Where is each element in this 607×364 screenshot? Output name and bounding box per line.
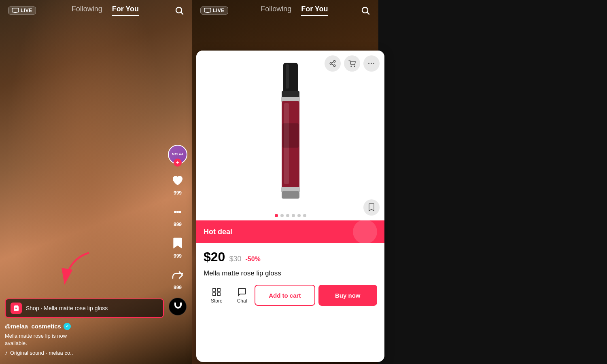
search-icon-left[interactable] <box>174 6 184 15</box>
right-sidebar: MELAA + 999 999 <box>168 145 187 315</box>
share-button[interactable] <box>169 266 187 284</box>
comment-group: 999 <box>169 203 187 227</box>
store-label: Store <box>211 298 223 304</box>
right-header: LIVE Following For You <box>192 0 378 21</box>
dot-3[interactable] <box>286 214 289 217</box>
hot-deal-decoration <box>353 220 377 244</box>
price-new: $20 <box>204 250 225 265</box>
cart-product-button[interactable] <box>344 55 360 72</box>
store-icon <box>212 287 221 297</box>
chat-icon <box>237 287 247 297</box>
image-dots <box>275 214 306 217</box>
shop-product-label: Shop · Mella matte rose lip gloss <box>26 305 108 311</box>
store-button[interactable]: Store <box>204 287 230 304</box>
dot-4[interactable] <box>292 214 295 217</box>
live-label: LIVE <box>21 8 32 13</box>
svg-line-13 <box>367 12 369 14</box>
hot-deal-label: Hot deal <box>204 228 232 236</box>
tab-following-left[interactable]: Following <box>72 5 102 16</box>
svg-rect-9 <box>204 8 211 12</box>
live-badge: LIVE <box>8 6 36 15</box>
buy-now-button[interactable]: Buy now <box>318 285 377 306</box>
dot-1[interactable] <box>275 214 278 217</box>
dot-5[interactable] <box>297 214 301 217</box>
username-row: @melaa_cosmetics ✓ <box>5 323 164 330</box>
svg-point-28 <box>351 66 352 67</box>
right-video-bg: LIVE Following For You <box>192 0 378 364</box>
product-image-area: ··· <box>196 51 384 220</box>
svg-rect-22 <box>286 64 289 89</box>
share-group: 999 <box>169 266 187 290</box>
svg-line-27 <box>331 62 333 63</box>
left-header: LIVE Following For You <box>0 0 192 21</box>
svg-point-5 <box>174 211 176 213</box>
tv-icon <box>12 8 19 13</box>
caption: Mella matte rose lip is now available. <box>5 332 164 347</box>
tab-for-you-left[interactable]: For You <box>112 5 139 16</box>
search-icon-right[interactable] <box>361 6 370 15</box>
svg-point-7 <box>179 211 181 213</box>
chat-button[interactable]: Chat <box>230 287 255 304</box>
arrow-annotation <box>57 251 105 291</box>
discount-badge: -50% <box>245 256 260 263</box>
product-sheet: ··· <box>196 51 384 362</box>
dot-2[interactable] <box>280 214 284 217</box>
sound-label: Original sound - melaa co.. <box>10 350 73 356</box>
svg-rect-21 <box>282 191 299 199</box>
music-note-icon: ♪ <box>5 349 8 356</box>
nav-tabs: Following For You <box>72 5 139 16</box>
right-tv-icon <box>204 8 211 13</box>
svg-point-6 <box>176 211 179 213</box>
bookmark-group: 999 <box>169 235 187 259</box>
hot-deal-banner: Hot deal <box>196 220 384 243</box>
creator-avatar[interactable]: MELAA + <box>168 145 187 164</box>
add-to-cart-button[interactable]: Add to cart <box>255 285 315 306</box>
like-group: 999 <box>169 171 187 196</box>
share-product-button[interactable] <box>325 55 341 72</box>
follow-plus-button[interactable]: + <box>174 159 182 167</box>
chat-label: Chat <box>237 298 247 304</box>
creator-username[interactable]: @melaa_cosmetics <box>5 323 61 330</box>
bookmark-button[interactable] <box>169 235 187 252</box>
right-nav-tabs: Following For You <box>261 5 328 16</box>
svg-rect-32 <box>213 293 216 296</box>
sound-row: ♪ Original sound - melaa co.. <box>5 349 164 356</box>
right-empty <box>378 0 607 364</box>
svg-rect-0 <box>12 8 19 12</box>
like-button[interactable] <box>169 171 187 189</box>
tab-following-right[interactable]: Following <box>261 5 291 16</box>
bookmark-count: 999 <box>174 253 182 259</box>
left-video-panel: LIVE Following For You MELAA + <box>0 0 192 364</box>
svg-line-4 <box>181 12 183 14</box>
more-options-button[interactable]: ··· <box>363 55 380 72</box>
svg-rect-19 <box>282 123 299 148</box>
cta-row: Store Chat Add to cart Buy now <box>204 285 377 306</box>
shop-cart-icon <box>11 303 22 314</box>
svg-point-29 <box>354 66 355 67</box>
product-action-icons: ··· <box>325 55 380 72</box>
shop-banner[interactable]: Shop · Mella matte rose lip gloss <box>5 298 164 318</box>
svg-rect-14 <box>283 63 298 95</box>
comment-button[interactable] <box>169 203 187 221</box>
price-row: $20 $30 -50% <box>204 250 377 265</box>
bookmark-product-button[interactable] <box>363 199 380 216</box>
svg-rect-33 <box>217 293 220 296</box>
bottom-content: Shop · Mella matte rose lip gloss @melaa… <box>5 298 164 356</box>
dot-6[interactable] <box>303 214 306 217</box>
right-panel: LIVE Following For You <box>192 0 607 364</box>
right-live-badge: LIVE <box>200 6 228 15</box>
svg-rect-31 <box>217 288 220 291</box>
tiktok-logo <box>169 298 187 315</box>
tab-for-you-right[interactable]: For You <box>301 5 328 16</box>
share-count: 999 <box>174 285 182 290</box>
comment-count: 999 <box>174 222 182 227</box>
svg-rect-30 <box>213 288 216 291</box>
product-name: Mella matte rose lip gloss <box>204 269 377 277</box>
price-old: $30 <box>229 255 241 263</box>
product-info-area: $20 $30 -50% Mella matte rose lip gloss <box>196 243 384 312</box>
product-image <box>266 59 315 212</box>
svg-line-26 <box>331 64 333 65</box>
like-count: 999 <box>174 190 182 196</box>
verified-icon: ✓ <box>64 323 71 330</box>
right-live-label: LIVE <box>213 8 225 13</box>
